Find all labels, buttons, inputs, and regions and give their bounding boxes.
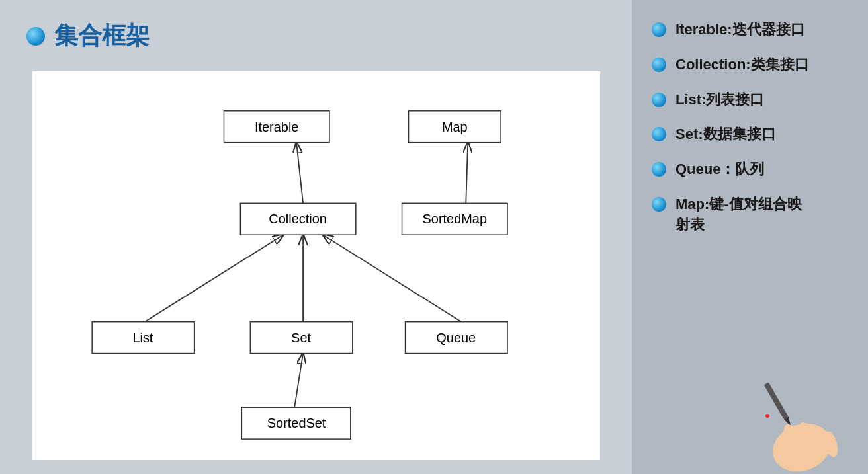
ball-icon-map xyxy=(652,197,666,212)
svg-line-2 xyxy=(466,143,468,204)
ball-icon-set xyxy=(652,127,666,141)
page-title: 集合框架 xyxy=(54,20,150,52)
diagram-container: Iterable Map Collection SortedMap List S… xyxy=(32,71,601,461)
svg-line-3 xyxy=(144,235,282,322)
svg-rect-23 xyxy=(764,382,789,419)
ball-icon-iterable xyxy=(652,22,666,37)
left-panel: 集合框架 Iterable xyxy=(0,0,632,474)
right-item-set: Set:数据集接口 xyxy=(652,124,848,145)
right-label-queue: Queue：队列 xyxy=(675,159,764,180)
right-item-iterable: Iterable:迭代器接口 xyxy=(652,20,848,40)
svg-line-1 xyxy=(296,143,303,204)
right-item-collection: Collection:类集接口 xyxy=(652,55,848,75)
title-ball-icon xyxy=(26,27,45,46)
svg-line-5 xyxy=(322,235,460,322)
right-label-iterable: Iterable:迭代器接口 xyxy=(675,20,805,40)
right-item-map: Map:键-值对组合映 射表 xyxy=(652,194,848,235)
right-panel: Iterable:迭代器接口 Collection:类集接口 List:列表接口… xyxy=(632,0,868,474)
svg-text:List: List xyxy=(132,331,153,345)
svg-point-30 xyxy=(765,414,769,418)
right-label-map: Map:键-值对组合映 射表 xyxy=(675,194,802,235)
title-row: 集合框架 xyxy=(26,20,150,52)
right-label-set: Set:数据集接口 xyxy=(675,124,776,145)
svg-text:Set: Set xyxy=(291,331,311,345)
svg-text:Iterable: Iterable xyxy=(254,120,298,134)
ball-icon-collection xyxy=(652,58,666,72)
ball-icon-queue xyxy=(652,162,666,177)
svg-text:SortedSet: SortedSet xyxy=(267,416,326,430)
hand-pen-illustration xyxy=(722,355,868,474)
svg-text:Map: Map xyxy=(441,120,467,134)
right-item-queue: Queue：队列 xyxy=(652,159,848,180)
right-label-list: List:列表接口 xyxy=(675,90,764,110)
right-item-list: List:列表接口 xyxy=(652,90,848,110)
ball-icon-list xyxy=(652,93,666,107)
svg-text:Collection: Collection xyxy=(269,212,326,226)
svg-text:SortedMap: SortedMap xyxy=(422,212,486,226)
right-label-collection: Collection:类集接口 xyxy=(675,55,809,75)
svg-line-6 xyxy=(294,354,303,408)
svg-text:Queue: Queue xyxy=(436,331,476,345)
